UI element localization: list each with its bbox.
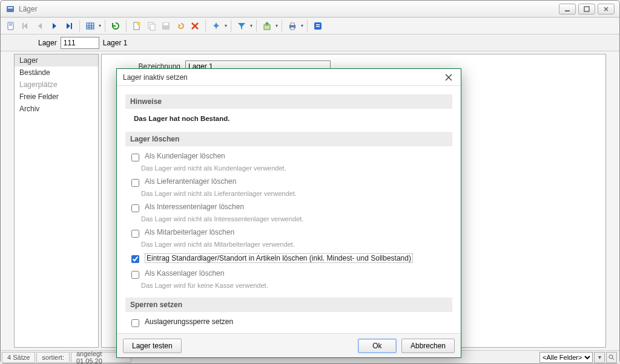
maximize-button[interactable]	[578, 4, 595, 15]
chk-auslagerung[interactable]	[131, 319, 139, 327]
separator	[126, 20, 127, 32]
chk-standardlager[interactable]	[131, 255, 139, 263]
dropdown-icon[interactable]: ▾	[99, 23, 101, 28]
tb-next-icon[interactable]	[48, 19, 61, 33]
svg-point-15	[137, 22, 140, 25]
svg-rect-19	[163, 23, 168, 25]
svg-rect-2	[565, 10, 570, 11]
sidenav-freie-felder[interactable]: Freie Felder	[15, 91, 98, 103]
lbl-kassenlager: Als Kassenlager löschen	[145, 269, 224, 278]
svg-rect-9	[87, 23, 94, 29]
status-dropdown-btn[interactable]: ▾	[594, 352, 605, 363]
chk-interessentenlager[interactable]	[131, 204, 139, 212]
dropdown-icon[interactable]: ▾	[225, 23, 227, 28]
lbl-auslagerung: Auslagerungssperre setzen	[145, 317, 233, 326]
opt-kassenlager: Als Kassenlager löschen	[125, 267, 452, 281]
modal-title-text: Lager inaktiv setzen	[123, 73, 188, 82]
tb-pin-icon[interactable]	[209, 19, 223, 33]
section-loeschen: Lager löschen	[125, 132, 452, 146]
window-title: Läger	[19, 5, 559, 13]
separator	[256, 20, 257, 32]
opt-kundenlager: Als Kundenlager löschen	[125, 150, 452, 163]
chk-kassenlager[interactable]	[131, 271, 139, 279]
tb-copy-icon[interactable]	[145, 19, 158, 33]
sidenav-lagerplaetze[interactable]: Lagerplätze	[15, 79, 98, 91]
sidenav-archiv[interactable]: Archiv	[15, 103, 98, 115]
sub-mitarbeiterlager: Das Lager wird nicht als Mitarbeiterlage…	[125, 239, 452, 252]
separator	[79, 20, 80, 32]
status-filter: <Alle Felder> ▾	[539, 352, 619, 363]
tb-first-icon[interactable]	[19, 19, 32, 33]
chk-kundenlager[interactable]	[131, 154, 139, 161]
btn-lager-testen[interactable]: Lager testen	[123, 339, 182, 353]
tb-undo-icon[interactable]	[174, 19, 187, 33]
modal-lager-inaktiv: Lager inaktiv setzen Hinweise Das Lager …	[116, 68, 461, 358]
tb-doc-icon[interactable]	[4, 19, 18, 33]
modal-close-button[interactable]	[443, 71, 455, 83]
dropdown-icon[interactable]: ▾	[275, 23, 278, 28]
svg-rect-26	[316, 26, 320, 27]
lbl-lieferantenlager: Als Lieferantenlager löschen	[145, 177, 236, 186]
svg-rect-22	[291, 23, 294, 25]
svg-rect-4	[8, 22, 13, 30]
dropdown-icon[interactable]: ▾	[301, 23, 303, 28]
status-filter-select[interactable]: <Alle Felder>	[539, 352, 593, 363]
opt-standardlager: Eintrag Standardlager/Standort in Artike…	[125, 252, 452, 265]
sub-kundenlager: Das Lager wird nicht als Kundenlager ver…	[125, 163, 452, 175]
section-hinweise: Hinweise	[125, 94, 452, 109]
svg-rect-23	[291, 27, 294, 30]
svg-rect-8	[71, 23, 72, 29]
lbl-interessentenlager: Als Interessentenlager löschen	[145, 203, 244, 211]
modal-body: Hinweise Das Lager hat noch Bestand. Lag…	[117, 86, 461, 333]
tb-filter-icon[interactable]	[235, 19, 248, 33]
tb-save-icon[interactable]	[159, 19, 173, 33]
svg-rect-3	[584, 7, 589, 11]
header-row: Lager Lager 1	[1, 34, 619, 51]
lager-name: Lager 1	[103, 39, 128, 47]
svg-rect-5	[9, 24, 12, 24]
status-count: 4 Sätze	[2, 352, 35, 363]
hinweis-text: Das Lager hat noch Bestand.	[125, 109, 452, 129]
tb-new-icon[interactable]	[130, 19, 143, 33]
minimize-button[interactable]	[559, 4, 576, 15]
dropdown-icon[interactable]: ▾	[250, 23, 252, 28]
separator	[205, 20, 206, 32]
opt-interessentenlager: Als Interessentenlager löschen	[125, 201, 452, 214]
lager-id-input[interactable]	[61, 37, 99, 49]
svg-rect-0	[7, 6, 14, 12]
chk-lieferantenlager[interactable]	[131, 179, 139, 187]
sidenav-lager[interactable]: Lager	[15, 54, 98, 67]
sidenav-bestaende[interactable]: Bestände	[15, 67, 98, 79]
tb-last-icon[interactable]	[62, 19, 76, 33]
tb-delete-icon[interactable]	[188, 19, 202, 33]
status-sort: sortiert:	[36, 352, 70, 363]
svg-rect-17	[150, 24, 155, 30]
btn-ok[interactable]: Ok	[358, 339, 397, 353]
separator	[282, 20, 282, 32]
close-button[interactable]	[598, 4, 615, 15]
modal-footer: Lager testen Ok Abbrechen	[117, 333, 461, 357]
separator	[105, 20, 105, 32]
opt-mitarbeiterlager: Als Mitarbeiterlager löschen	[125, 226, 452, 239]
svg-rect-25	[316, 24, 320, 25]
sub-kassenlager: Das Lager wird für keine Kasse verwendet…	[125, 281, 452, 293]
section-sperren: Sperren setzen	[125, 297, 452, 312]
app-window: Läger ▾ ▾ ▾ ▾ ▾	[0, 0, 620, 364]
separator	[231, 20, 231, 32]
svg-rect-7	[22, 23, 24, 29]
lbl-standardlager: Eintrag Standardlager/Standort in Artike…	[145, 253, 413, 263]
tb-refresh-icon[interactable]	[109, 19, 122, 33]
opt-auslagerung: Auslagerungssperre setzen	[125, 316, 452, 329]
tb-export-icon[interactable]	[260, 19, 274, 33]
app-icon	[5, 4, 15, 14]
tb-grid-icon[interactable]	[84, 19, 97, 33]
svg-line-28	[612, 358, 614, 360]
btn-abbrechen[interactable]: Abbrechen	[401, 339, 455, 353]
tb-print-icon[interactable]	[286, 19, 299, 33]
status-search-btn[interactable]	[606, 352, 617, 363]
tb-help-icon[interactable]	[311, 19, 325, 33]
tb-prev-icon[interactable]	[33, 19, 47, 33]
toolbar: ▾ ▾ ▾ ▾ ▾	[1, 18, 619, 34]
lbl-kundenlager: Als Kundenlager löschen	[145, 152, 225, 160]
chk-mitarbeiterlager[interactable]	[131, 230, 139, 238]
